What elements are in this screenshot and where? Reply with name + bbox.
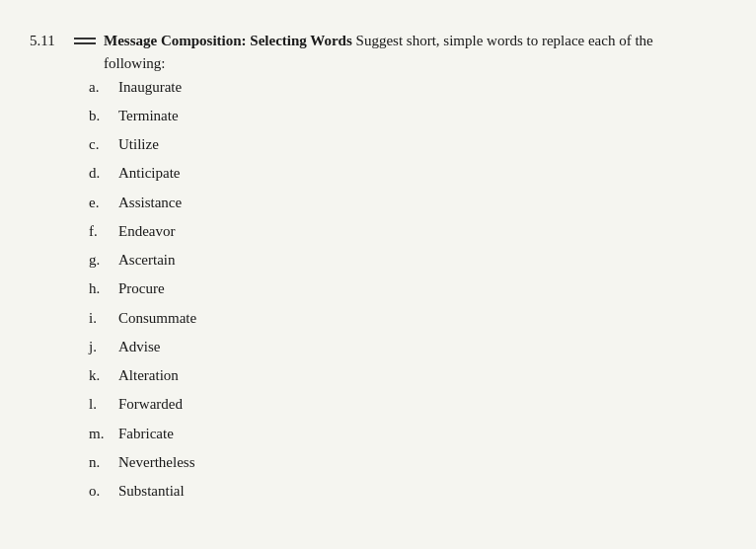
list-item: n.Nevertheless	[89, 451, 717, 474]
section-title: Message Composition: Selecting Words Sug…	[104, 30, 717, 76]
list-item-label: e.	[89, 192, 118, 214]
list-item: m.Fabricate	[89, 423, 717, 445]
list-item-text: Procure	[118, 277, 165, 300]
list-item-text: Endeavor	[118, 220, 175, 243]
page-content: 5.11 Message Composition: Selecting Word…	[30, 30, 717, 503]
list-item-text: Utilize	[118, 133, 159, 156]
section-header: 5.11 Message Composition: Selecting Word…	[30, 30, 717, 76]
list-item-label: c.	[89, 133, 118, 156]
list-item-text: Anticipate	[118, 162, 180, 185]
list-item-text: Inaugurate	[118, 76, 182, 99]
list-item-text: Ascertain	[118, 249, 175, 272]
list-item-label: n.	[89, 451, 118, 474]
list-item-label: l.	[89, 393, 118, 416]
list-item: e.Assistance	[89, 192, 717, 214]
list-item-text: Terminate	[118, 105, 179, 127]
list-item-label: g.	[89, 249, 118, 272]
list-item-text: Assistance	[118, 192, 182, 214]
underline-bar-1	[74, 38, 96, 39]
list-item-label: i.	[89, 307, 118, 330]
list-item-text: Alteration	[118, 364, 179, 387]
list-item: j.Advise	[89, 336, 717, 358]
list-item-label: b.	[89, 105, 118, 127]
list-item-text: Nevertheless	[118, 451, 194, 474]
list-item: b.Terminate	[89, 105, 717, 127]
list-item-label: k.	[89, 364, 118, 387]
list-item-label: h.	[89, 277, 118, 300]
list-item: d.Anticipate	[89, 162, 717, 185]
list-item: g.Ascertain	[89, 249, 717, 272]
list-item-text: Substantial	[118, 480, 185, 503]
list-item: f.Endeavor	[89, 220, 717, 243]
underline-indicator	[74, 30, 96, 47]
list-item-label: a.	[89, 76, 118, 99]
section-title-bold: Message Composition: Selecting Words	[104, 33, 352, 48]
underline-bar-2	[74, 42, 96, 44]
list-item-text: Fabricate	[118, 423, 174, 445]
list-item-label: d.	[89, 162, 118, 185]
list-item: l.Forwarded	[89, 393, 717, 416]
list-item: a.Inaugurate	[89, 76, 717, 99]
list-item-text: Advise	[118, 336, 161, 358]
list-item-label: o.	[89, 480, 118, 503]
list-item: o.Substantial	[89, 480, 717, 503]
word-list: a.Inaugurateb.Terminatec.Utilized.Antici…	[89, 76, 717, 504]
list-item: k.Alteration	[89, 364, 717, 387]
list-item-label: j.	[89, 336, 118, 358]
list-item-text: Consummate	[118, 307, 196, 330]
list-item-label: m.	[89, 423, 118, 445]
list-item: i.Consummate	[89, 307, 717, 330]
list-item: c.Utilize	[89, 133, 717, 156]
list-item: h.Procure	[89, 277, 717, 300]
list-item-text: Forwarded	[118, 393, 183, 416]
section-number: 5.11	[30, 30, 74, 52]
list-item-label: f.	[89, 220, 118, 243]
